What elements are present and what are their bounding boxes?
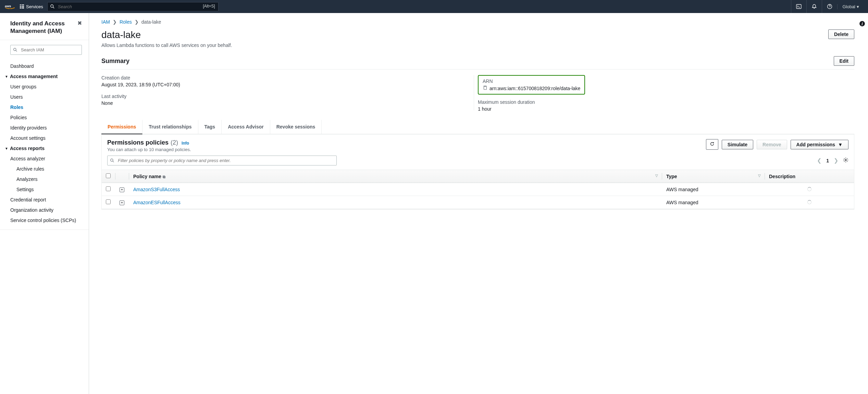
policy-filter-input[interactable] <box>107 156 337 165</box>
svg-rect-7 <box>484 87 487 90</box>
caret-down-icon: ▼ <box>5 147 8 150</box>
nav-access-analyzer[interactable]: Access analyzer <box>0 153 89 164</box>
search-icon <box>110 158 114 164</box>
row-checkbox[interactable] <box>106 186 111 191</box>
info-panel-toggle[interactable]: i <box>859 21 865 28</box>
svg-text:aws: aws <box>5 4 11 8</box>
grid-icon <box>20 4 24 9</box>
row-checkbox[interactable] <box>106 199 111 204</box>
breadcrumb: IAM ❯ Roles ❯ data-lake <box>101 19 854 25</box>
nav-dashboard[interactable]: Dashboard <box>0 61 89 71</box>
nav-identity-providers[interactable]: Identity providers <box>0 123 89 133</box>
page-description: Allows Lambda functions to call AWS serv… <box>101 42 854 48</box>
policy-type: AWS managed <box>662 183 765 196</box>
svg-line-9 <box>113 161 114 162</box>
page-next-button[interactable]: ❯ <box>834 157 838 164</box>
policy-link[interactable]: AmazonS3FullAccess <box>133 187 180 192</box>
cloudshell-button[interactable] <box>791 0 806 13</box>
nav-roles[interactable]: Roles <box>0 102 89 112</box>
sidebar-search-input[interactable] <box>10 45 82 55</box>
policies-table: Policy name⧉▽ Type▽ Description + Amazon… <box>102 170 854 209</box>
creation-date-value: August 19, 2023, 18:59 (UTC+07:00) <box>101 82 478 87</box>
top-navigation: aws Services [Alt+S] Global▾ <box>0 0 868 13</box>
search-icon <box>50 4 55 10</box>
caret-down-icon: ▼ <box>838 142 843 147</box>
caret-down-icon: ▼ <box>5 75 8 78</box>
search-icon <box>13 47 17 53</box>
svg-point-10 <box>845 159 846 161</box>
delete-button[interactable]: Delete <box>828 29 854 39</box>
simulate-button[interactable]: Simulate <box>722 140 753 149</box>
policy-type: AWS managed <box>662 196 765 209</box>
help-button[interactable] <box>822 0 837 13</box>
nav-section-access-reports[interactable]: ▼Access reports <box>0 143 89 153</box>
policy-link[interactable]: AmazonESFullAccess <box>133 200 181 205</box>
svg-rect-3 <box>796 4 801 9</box>
region-selector[interactable]: Global▾ <box>837 4 864 9</box>
global-search: [Alt+S] <box>47 2 219 11</box>
arn-value: arn:aws:iam::615700818209:role/data-lake <box>489 86 580 91</box>
summary-grid: Creation date August 19, 2023, 18:59 (UT… <box>101 75 854 120</box>
nav-scps[interactable]: Service control policies (SCPs) <box>0 215 89 225</box>
chevron-right-icon: ❯ <box>135 19 139 25</box>
services-label: Services <box>26 4 43 9</box>
table-settings-button[interactable] <box>843 157 848 164</box>
svg-point-8 <box>111 159 113 161</box>
nav-users[interactable]: Users <box>0 92 89 102</box>
sort-icon[interactable]: ▽ <box>655 174 658 177</box>
nav-credential-report[interactable]: Credential report <box>0 195 89 205</box>
loading-spinner-icon <box>807 187 811 191</box>
last-activity-label: Last activity <box>101 94 478 99</box>
nav-section-access-management[interactable]: ▼Access management <box>0 71 89 82</box>
breadcrumb-iam[interactable]: IAM <box>101 19 110 25</box>
nav-account-settings[interactable]: Account settings <box>0 133 89 143</box>
tab-permissions[interactable]: Permissions <box>101 120 142 134</box>
tab-revoke-sessions[interactable]: Revoke sessions <box>270 120 322 134</box>
global-search-input[interactable] <box>47 2 219 11</box>
aws-logo[interactable]: aws <box>4 3 16 10</box>
arn-highlight-box: ARN arn:aws:iam::615700818209:role/data-… <box>478 75 585 95</box>
policies-count: (2) <box>171 139 178 146</box>
breadcrumb-roles[interactable]: Roles <box>120 19 132 25</box>
select-all-checkbox[interactable] <box>106 173 111 178</box>
svg-text:i: i <box>861 22 863 26</box>
notifications-button[interactable] <box>806 0 822 13</box>
sidebar: Identity and Access Management (IAM) ✖ D… <box>0 13 89 394</box>
expand-icon[interactable]: + <box>120 187 124 192</box>
nav-analyzers[interactable]: Analyzers <box>0 174 89 184</box>
tab-access-advisor[interactable]: Access Advisor <box>222 120 270 134</box>
max-session-value: 1 hour <box>478 106 854 112</box>
col-policy-name[interactable]: Policy name⧉▽ <box>129 170 662 183</box>
remove-button[interactable]: Remove <box>757 140 787 149</box>
col-type[interactable]: Type▽ <box>662 170 765 183</box>
nav-organization-activity[interactable]: Organization activity <box>0 205 89 215</box>
chevron-right-icon: ❯ <box>113 19 117 25</box>
svg-line-2 <box>53 7 54 8</box>
sort-icon[interactable]: ▽ <box>758 174 761 177</box>
sidebar-title: Identity and Access Management (IAM) <box>10 20 77 35</box>
page-prev-button[interactable]: ❮ <box>817 157 821 164</box>
col-description: Description <box>765 170 854 183</box>
page-title: data-lake <box>101 29 141 40</box>
external-link-icon: ⧉ <box>163 175 165 179</box>
refresh-button[interactable] <box>706 139 718 150</box>
creation-date-label: Creation date <box>101 75 478 81</box>
info-link[interactable]: Info <box>182 141 189 146</box>
tab-trust-relationships[interactable]: Trust relationships <box>142 120 198 134</box>
panel-subtitle: You can attach up to 10 managed policies… <box>107 147 191 152</box>
max-session-label: Maximum session duration <box>478 99 854 105</box>
edit-button[interactable]: Edit <box>834 56 854 66</box>
nav-user-groups[interactable]: User groups <box>0 82 89 92</box>
nav-settings[interactable]: Settings <box>0 184 89 195</box>
nav-policies[interactable]: Policies <box>0 112 89 123</box>
tab-tags[interactable]: Tags <box>198 120 222 134</box>
loading-spinner-icon <box>807 200 811 204</box>
expand-icon[interactable]: + <box>120 200 124 205</box>
nav-archive-rules[interactable]: Archive rules <box>0 164 89 174</box>
page-number: 1 <box>826 158 829 163</box>
close-sidebar-icon[interactable]: ✖ <box>77 20 82 26</box>
add-permissions-button[interactable]: Add permissions▼ <box>791 140 848 149</box>
copy-icon[interactable] <box>483 85 487 91</box>
services-menu[interactable]: Services <box>20 4 43 9</box>
caret-down-icon: ▾ <box>857 4 859 9</box>
